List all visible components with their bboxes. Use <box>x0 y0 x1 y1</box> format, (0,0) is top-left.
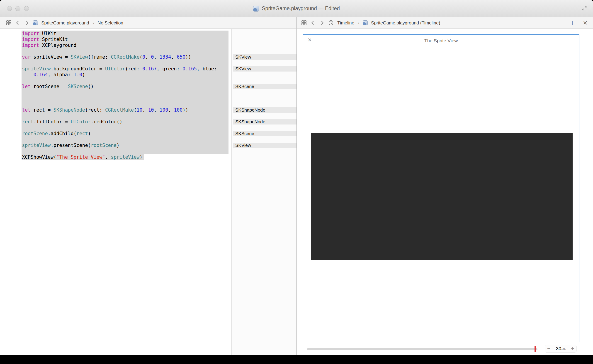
screenshot-root: SpriteGame.playground — Edited <box>0 0 593 364</box>
selection-highlight <box>21 101 229 107</box>
selection-highlight <box>21 78 229 84</box>
minimize-window-button[interactable] <box>15 6 20 11</box>
selection-highlight <box>21 125 229 131</box>
code-line[interactable]: XCPShowView("The Sprite View", spriteVie… <box>0 154 231 160</box>
code-line[interactable]: import UIKit <box>0 31 231 36</box>
duration-value-wrap: 30 sec <box>554 346 568 351</box>
duration-decrease-button[interactable]: − <box>547 346 550 351</box>
timeline-pane: ✕ The Sprite View − 30 sec + <box>297 29 593 355</box>
selection-highlight <box>21 95 229 101</box>
editor-jump-bar: SpriteGame.playground › No Selection <box>0 17 296 28</box>
timeline-clock-icon <box>328 20 334 26</box>
code-line[interactable]: rect.fillColor = UIColor.redColor() <box>0 119 231 125</box>
breadcrumb-separator: › <box>358 20 359 26</box>
code-line[interactable]: let rect = SKShapeNode(rect: CGRectMake(… <box>0 107 231 113</box>
code-line[interactable]: import XCPlayground <box>0 42 231 48</box>
content-area: import UIKitimport SpriteKitimport XCPla… <box>0 29 593 355</box>
breadcrumb-file[interactable]: SpriteGame.playground <box>41 20 89 26</box>
duration-stepper: − 30 sec + <box>545 345 576 352</box>
jump-bar-row: SpriteGame.playground › No Selection <box>0 17 593 29</box>
selection-highlight <box>21 60 229 66</box>
playground-doc-icon <box>253 6 259 12</box>
result-row[interactable]: SKView <box>233 66 296 72</box>
result-label: SKShapeNode <box>233 108 265 113</box>
back-chevron-icon[interactable] <box>15 20 21 26</box>
code-editor: import UIKitimport SpriteKitimport XCPla… <box>0 29 231 355</box>
code-line[interactable]: 0.164, alpha: 1.0) <box>0 72 231 78</box>
close-window-button[interactable] <box>7 6 12 11</box>
code-line[interactable] <box>0 113 231 119</box>
code-line[interactable]: import SpriteKit <box>0 36 231 42</box>
code-line[interactable] <box>0 48 231 54</box>
window-title: SpriteGame.playground — Edited <box>262 6 340 12</box>
code-line[interactable]: var spriteView = SKView(frame: CGRectMak… <box>0 54 231 60</box>
title-area: SpriteGame.playground — Edited <box>253 6 340 12</box>
related-items-icon[interactable] <box>301 20 307 26</box>
breadcrumb-separator: › <box>93 20 94 26</box>
result-row[interactable]: SKView <box>233 143 296 148</box>
selection-highlight <box>21 48 229 54</box>
result-row[interactable]: SKScene <box>233 84 296 89</box>
result-label: SKScene <box>233 84 254 89</box>
code-line[interactable] <box>0 78 231 84</box>
code-line[interactable]: rootScene.addChild(rect) <box>0 131 231 136</box>
breadcrumb-timeline[interactable]: Timeline <box>337 20 354 26</box>
results-column: SKViewSKViewSKSceneSKShapeNodeSKShapeNod… <box>231 29 296 355</box>
result-row[interactable]: SKView <box>233 54 296 60</box>
timeline-scrubber-track[interactable] <box>307 348 538 350</box>
code-line[interactable] <box>0 136 231 142</box>
selection-highlight <box>21 113 229 119</box>
breadcrumb-selection[interactable]: No Selection <box>97 20 123 26</box>
code-line[interactable]: let rootScene = SKScene() <box>0 84 231 89</box>
result-label: SKView <box>233 66 251 72</box>
result-label: SKScene <box>233 131 254 136</box>
sprite-view-render <box>311 133 573 260</box>
duration-increase-button[interactable]: + <box>571 346 574 351</box>
selection-highlight <box>21 89 229 95</box>
selection-highlight <box>21 148 229 154</box>
close-assistant-button[interactable]: ✕ <box>583 20 587 26</box>
forward-chevron-icon[interactable] <box>319 20 325 26</box>
playhead-marker[interactable] <box>534 346 536 352</box>
timeline-jump-bar: Timeline › SpriteGame.playground (Timeli… <box>296 17 593 28</box>
forward-chevron-icon[interactable] <box>24 20 29 26</box>
code-line[interactable] <box>0 60 231 66</box>
code-line[interactable] <box>0 125 231 131</box>
result-row[interactable]: SKShapeNode <box>233 107 296 113</box>
related-items-icon[interactable] <box>6 20 12 26</box>
result-row[interactable]: SKScene <box>233 131 296 136</box>
back-chevron-icon[interactable] <box>310 20 316 26</box>
playground-preview: ✕ The Sprite View <box>303 34 580 342</box>
result-label: SKShapeNode <box>233 119 265 124</box>
code-line[interactable] <box>0 89 231 95</box>
code-line[interactable] <box>0 95 231 101</box>
code-line[interactable] <box>0 148 231 154</box>
result-label: SKView <box>233 143 251 148</box>
playground-file-icon <box>363 20 368 25</box>
zoom-window-button[interactable] <box>24 6 29 11</box>
preview-title: The Sprite View <box>303 38 579 44</box>
code-lines: import UIKitimport SpriteKitimport XCPla… <box>0 31 231 160</box>
duration-unit: sec <box>559 346 566 351</box>
breadcrumb-timeline-file[interactable]: SpriteGame.playground (Timeline) <box>371 20 440 26</box>
selection-highlight <box>21 136 229 142</box>
code-line[interactable] <box>0 101 231 107</box>
code-line[interactable]: spriteView.presentScene(rootScene) <box>0 142 231 148</box>
window-titlebar: SpriteGame.playground — Edited <box>0 0 593 17</box>
fullscreen-icon[interactable] <box>581 5 587 11</box>
code-line[interactable]: spriteView.backgroundColor = UIColor(red… <box>0 66 231 72</box>
traffic-lights <box>7 0 29 17</box>
add-page-button[interactable]: + <box>570 19 574 26</box>
result-row[interactable]: SKShapeNode <box>233 119 296 124</box>
xcode-playground-window: SpriteGame.playground — Edited <box>0 0 593 355</box>
playground-file-icon <box>33 20 38 25</box>
result-label: SKView <box>233 55 251 60</box>
